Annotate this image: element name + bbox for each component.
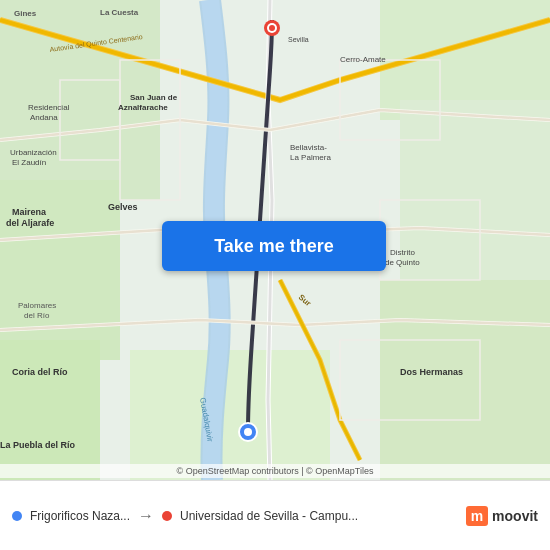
svg-rect-7 [130,350,330,480]
map-attribution: © OpenStreetMap contributors | © OpenMap… [0,464,550,478]
svg-text:del Aljarafe: del Aljarafe [6,218,54,228]
svg-rect-6 [380,280,550,480]
moovit-wordmark: moovit [492,508,538,524]
svg-point-35 [269,25,275,31]
svg-text:Sevilla: Sevilla [288,36,309,43]
svg-text:Cerro-Amate: Cerro-Amate [340,55,386,64]
origin-dot [12,511,22,521]
svg-text:Distrito: Distrito [390,248,415,257]
svg-text:San Juan de: San Juan de [130,93,178,102]
svg-text:Dos Hermanas: Dos Hermanas [400,367,463,377]
svg-text:Gelves: Gelves [108,202,138,212]
svg-text:La Puebla del Río: La Puebla del Río [0,440,76,450]
svg-text:La Cuesta: La Cuesta [100,8,139,17]
take-me-there-button[interactable]: Take me there [162,221,386,271]
svg-text:Gines: Gines [14,9,37,18]
svg-text:Andana: Andana [30,113,58,122]
destination-name: Universidad de Sevilla - Campu... [180,509,358,523]
svg-text:La Palmera: La Palmera [290,153,331,162]
svg-text:Mairena: Mairena [12,207,47,217]
svg-rect-3 [0,340,100,480]
map-container: Gines La Cuesta Autovía del Quinto Cente… [0,0,550,480]
svg-point-37 [244,428,252,436]
svg-text:El Zaudín: El Zaudín [12,158,46,167]
svg-text:Urbanización: Urbanización [10,148,57,157]
svg-text:Residencial: Residencial [28,103,70,112]
route-info: Frigorificos Naza... → Universidad de Se… [12,507,466,525]
destination-dot [162,511,172,521]
svg-text:del Río: del Río [24,311,50,320]
svg-text:Aznalfarache: Aznalfarache [118,103,168,112]
route-arrow: → [138,507,154,525]
moovit-logo: m moovit [466,506,538,526]
moovit-m-icon: m [466,506,488,526]
svg-text:Bellavista-: Bellavista- [290,143,327,152]
svg-text:Palomares: Palomares [18,301,56,310]
attribution-text: © OpenStreetMap contributors | © OpenMap… [177,466,374,476]
svg-text:de Quinto: de Quinto [385,258,420,267]
svg-text:Coria del Río: Coria del Río [12,367,68,377]
bottom-bar: Frigorificos Naza... → Universidad de Se… [0,480,550,550]
origin-name: Frigorificos Naza... [30,509,130,523]
